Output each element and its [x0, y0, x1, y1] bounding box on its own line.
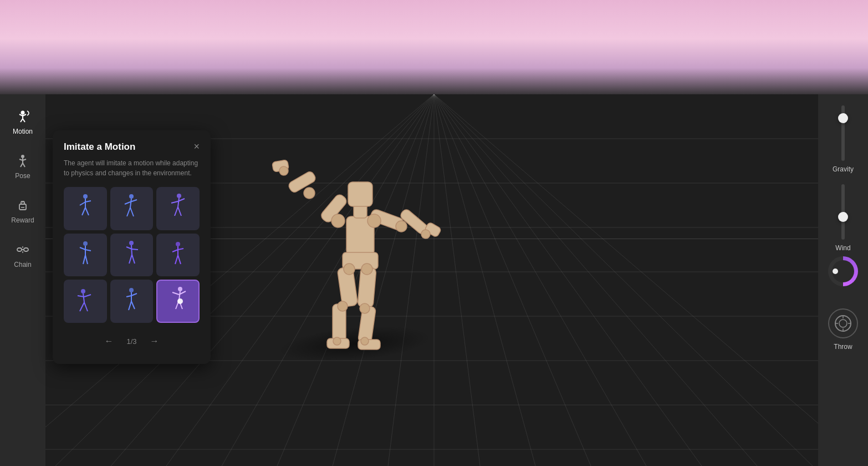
- svg-line-64: [23, 163, 25, 167]
- svg-point-53: [21, 111, 25, 115]
- wind-dial-indicator: [833, 269, 838, 274]
- svg-line-85: [171, 201, 178, 203]
- svg-point-48: [361, 264, 372, 275]
- gravity-control: Gravity: [824, 105, 862, 173]
- svg-point-47: [344, 264, 355, 275]
- 3d-figure: [249, 94, 471, 383]
- svg-point-71: [83, 194, 88, 199]
- svg-line-121: [172, 292, 179, 295]
- svg-line-74: [85, 201, 91, 202]
- svg-line-93: [83, 255, 85, 264]
- svg-point-101: [176, 242, 180, 246]
- svg-point-43: [304, 188, 315, 199]
- sidebar-item-reward[interactable]: Reward: [1, 189, 45, 233]
- svg-point-51: [333, 337, 341, 345]
- sidebar-item-motion[interactable]: Motion: [1, 100, 45, 144]
- motion-cell-3[interactable]: [64, 234, 107, 277]
- svg-line-118: [131, 301, 135, 309]
- svg-line-115: [126, 296, 131, 297]
- svg-line-14: [434, 94, 757, 466]
- svg-rect-65: [19, 204, 26, 210]
- figure-container: [249, 94, 471, 383]
- sidebar-item-pose[interactable]: Pose: [1, 144, 45, 189]
- sidebar-item-chain[interactable]: Chain: [1, 233, 45, 277]
- svg-line-110: [84, 295, 91, 297]
- next-page-button[interactable]: →: [146, 334, 164, 348]
- cursor-indicator: [177, 298, 183, 304]
- prev-page-button[interactable]: ←: [100, 334, 118, 348]
- motion-cell-5[interactable]: [156, 234, 200, 277]
- pose-label: Pose: [15, 172, 30, 180]
- svg-point-113: [129, 288, 134, 292]
- motion-figure-7: [118, 285, 145, 318]
- left-sidebar: Motion Pose Reward Chain: [0, 94, 45, 466]
- svg-line-87: [175, 207, 178, 216]
- throw-icon-circle: [828, 308, 858, 338]
- pose-icon: [15, 153, 30, 169]
- svg-line-13: [434, 94, 702, 466]
- reward-label: Reward: [11, 216, 34, 224]
- right-sidebar: Gravity Wind Throw: [818, 94, 868, 466]
- wind-thumb[interactable]: [838, 212, 848, 222]
- throw-label: Throw: [834, 343, 852, 351]
- motion-figure-5: [165, 239, 191, 272]
- motion-label: Motion: [13, 128, 33, 135]
- svg-point-42: [367, 214, 381, 227]
- modal-header: Imitate a Motion ×: [64, 141, 200, 153]
- svg-line-117: [129, 301, 131, 310]
- svg-line-106: [178, 255, 181, 264]
- svg-line-99: [129, 255, 132, 264]
- wind-control: Wind: [824, 184, 862, 286]
- svg-line-16: [434, 94, 868, 466]
- svg-line-103: [172, 250, 178, 252]
- svg-point-77: [129, 194, 134, 199]
- motion-figure-1: [118, 192, 145, 225]
- svg-line-98: [132, 249, 138, 250]
- svg-line-73: [80, 202, 85, 205]
- svg-line-84: [178, 198, 179, 207]
- motion-cell-4[interactable]: [110, 234, 154, 277]
- throw-icon: [834, 314, 852, 333]
- svg-point-59: [21, 155, 24, 158]
- chain-icon: [15, 242, 30, 257]
- svg-point-126: [839, 320, 847, 327]
- svg-line-82: [130, 207, 134, 216]
- motion-cell-2[interactable]: [156, 187, 200, 230]
- svg-line-56: [23, 114, 26, 116]
- svg-point-119: [178, 287, 182, 291]
- wind-dial[interactable]: [828, 256, 858, 286]
- throw-control[interactable]: Throw: [828, 308, 858, 351]
- motion-cell-8[interactable]: [156, 280, 200, 323]
- gravity-slider[interactable]: [841, 105, 845, 161]
- svg-line-58: [23, 119, 25, 122]
- motion-icon: [15, 109, 30, 124]
- svg-rect-28: [348, 182, 372, 206]
- svg-line-88: [178, 207, 181, 216]
- modal-title: Imitate a Motion: [64, 141, 135, 153]
- wind-label: Wind: [835, 244, 850, 252]
- modal-close-button[interactable]: ×: [193, 141, 200, 151]
- gravity-thumb[interactable]: [838, 113, 848, 123]
- chain-label: Chain: [14, 261, 31, 269]
- svg-line-96: [131, 245, 132, 255]
- motion-cell-0[interactable]: [64, 187, 107, 230]
- svg-line-94: [85, 255, 88, 264]
- svg-line-79: [125, 202, 130, 204]
- svg-line-100: [132, 255, 135, 264]
- imitate-motion-modal: Imitate a Motion × The agent will imitat…: [53, 130, 211, 364]
- svg-line-63: [21, 163, 23, 167]
- motion-cell-1[interactable]: [110, 187, 154, 230]
- page-indicator: 1/3: [126, 337, 136, 346]
- svg-line-78: [130, 199, 131, 207]
- svg-line-91: [80, 247, 85, 250]
- motion-figure-2: [165, 192, 191, 225]
- svg-line-108: [83, 293, 84, 302]
- svg-point-41: [331, 214, 345, 227]
- motion-cell-6[interactable]: [64, 280, 107, 323]
- motion-figure-0: [72, 192, 99, 225]
- svg-line-104: [178, 249, 183, 250]
- svg-point-95: [129, 241, 134, 245]
- motion-cell-7[interactable]: [110, 280, 154, 323]
- svg-point-89: [83, 241, 88, 246]
- wind-slider[interactable]: [841, 184, 845, 240]
